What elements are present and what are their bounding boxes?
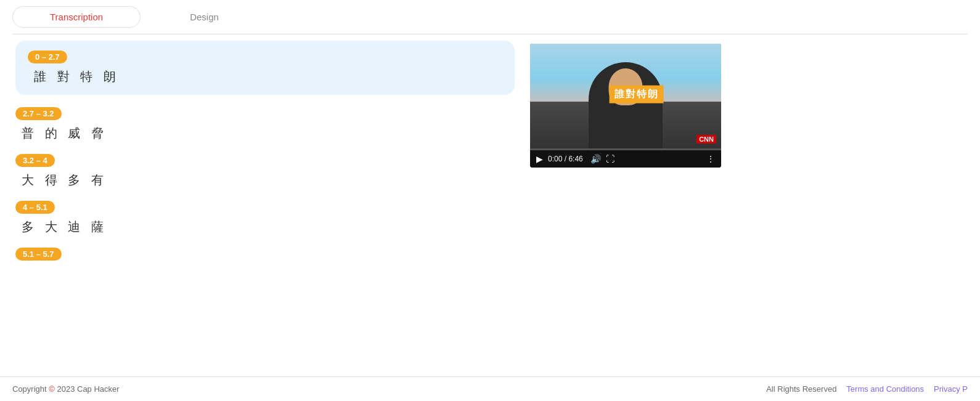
time-current: 0:00 <box>548 155 562 163</box>
segment-1: 0 – 2.7 誰 對 特 朗 <box>15 41 515 95</box>
segment-text-4: 多 大 迪 薩 <box>15 219 515 235</box>
volume-button[interactable]: 🔊 <box>590 154 601 164</box>
video-thumbnail: 誰對特朗 CNN <box>530 44 721 148</box>
transcription-scroll[interactable]: 0 – 2.7 誰 對 特 朗 2.7 – 3.2 普 的 威 脅 3.2 – … <box>12 41 518 324</box>
segment-text-3: 大 得 多 有 <box>15 172 515 188</box>
video-container: 誰對特朗 CNN ▶ 0:00 / 6:46 🔊 ⛶ ⋮ <box>530 44 721 168</box>
more-options-button[interactable]: ⋮ <box>706 154 715 164</box>
footer-copyright: Copyright © 2023 Cap Hacker <box>12 384 120 394</box>
play-button[interactable]: ▶ <box>536 154 543 164</box>
header-tabs: Transcription Design <box>12 0 968 34</box>
main-content: 0 – 2.7 誰 對 特 朗 2.7 – 3.2 普 的 威 脅 3.2 – … <box>0 34 980 376</box>
cnn-logo: CNN <box>696 135 716 144</box>
segment-text-1: 誰 對 特 朗 <box>28 68 502 85</box>
tab-design[interactable]: Design <box>153 7 256 27</box>
segment-5: 5.1 – 5.7 <box>15 248 515 265</box>
copyright-symbol: © <box>49 384 55 394</box>
all-rights-reserved: All Rights Reserved <box>766 384 836 394</box>
footer-right: All Rights Reserved Terms and Conditions… <box>766 384 968 394</box>
footer: Copyright © 2023 Cap Hacker All Rights R… <box>0 376 980 401</box>
time-badge-2: 2.7 – 3.2 <box>15 107 62 120</box>
video-progress-bar[interactable] <box>530 148 721 150</box>
time-display: 0:00 / 6:46 <box>548 155 583 163</box>
time-badge-4: 4 – 5.1 <box>15 201 55 214</box>
fullscreen-button[interactable]: ⛶ <box>606 154 615 164</box>
terms-and-conditions-link[interactable]: Terms and Conditions <box>846 384 924 394</box>
time-badge-5: 5.1 – 5.7 <box>15 248 62 261</box>
video-panel: 誰對特朗 CNN ▶ 0:00 / 6:46 🔊 ⛶ ⋮ <box>530 41 968 370</box>
tab-transcription[interactable]: Transcription <box>12 6 141 28</box>
video-controls: ▶ 0:00 / 6:46 🔊 ⛶ ⋮ <box>530 150 721 168</box>
segment-4: 4 – 5.1 多 大 迪 薩 <box>15 201 515 235</box>
segment-3: 3.2 – 4 大 得 多 有 <box>15 154 515 188</box>
time-badge-3: 3.2 – 4 <box>15 154 55 167</box>
segment-text-2: 普 的 威 脅 <box>15 125 515 142</box>
time-badge-1: 0 – 2.7 <box>28 51 67 63</box>
privacy-link[interactable]: Privacy P <box>934 384 968 394</box>
transcription-panel: 0 – 2.7 誰 對 特 朗 2.7 – 3.2 普 的 威 脅 3.2 – … <box>12 41 518 370</box>
person-silhouette <box>589 62 663 148</box>
video-overlay-text: 誰對特朗 <box>610 86 664 103</box>
time-total: 6:46 <box>568 155 582 163</box>
segment-2: 2.7 – 3.2 普 的 威 脅 <box>15 107 515 142</box>
